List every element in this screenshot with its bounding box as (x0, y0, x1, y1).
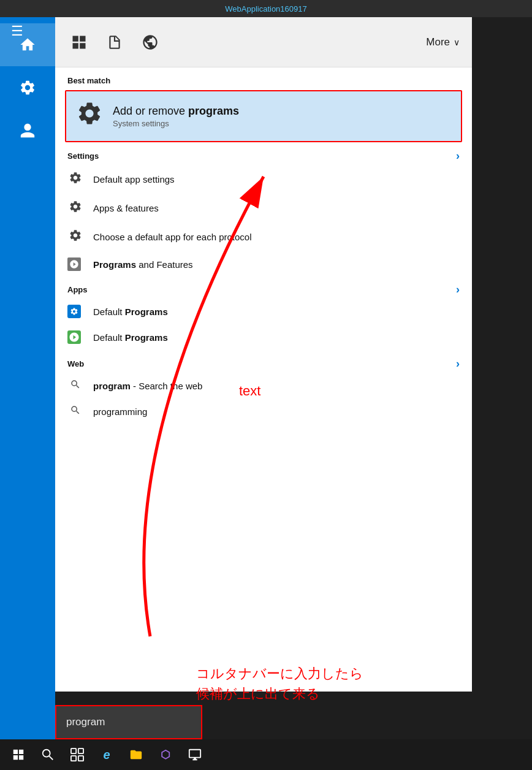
left-sidebar (0, 17, 55, 770)
svg-line-2 (49, 756, 53, 760)
web-chevron-icon: › (456, 357, 460, 370)
menu-item-label-protocol: Choose a default app for each protocol (93, 232, 252, 242)
windows-icon (12, 748, 25, 761)
sidebar-item-settings[interactable] (0, 66, 55, 109)
web-section-header: Web › (55, 350, 472, 373)
menu-item-default-app-protocol[interactable]: Choose a default app for each protocol (55, 223, 472, 251)
user-icon (19, 122, 36, 139)
menu-item-label-default-prog-1: Default Programs (93, 307, 168, 317)
gear-icon-small-1 (67, 171, 83, 188)
window-title: WebApplication160917 (225, 4, 306, 13)
search-web-icon-2 (67, 405, 83, 418)
apps-label: Apps (67, 285, 88, 294)
more-button[interactable]: More ∨ (426, 36, 460, 48)
settings-section-header: Settings › (55, 142, 472, 165)
globe-icon-btn[interactable] (139, 31, 162, 54)
taskbar-windows-start[interactable] (5, 741, 32, 768)
settings-label: Settings (67, 151, 99, 161)
best-match-subtitle: System settings (113, 119, 239, 128)
menu-item-label-apps-features: Apps & features (93, 203, 159, 213)
folder-icon (129, 748, 143, 761)
cortana-search-bar[interactable]: program (55, 705, 202, 739)
menu-item-label-programs-features: Programs and Features (93, 259, 193, 270)
menu-item-default-programs-1[interactable]: Default Programs (55, 299, 472, 324)
taskbar-edge[interactable]: e (93, 741, 120, 768)
gear-icon-small-2 (67, 200, 83, 216)
web-label: Web (67, 359, 84, 368)
chevron-down-icon: ∨ (454, 37, 460, 47)
hamburger-menu[interactable]: ☰ (11, 23, 23, 39)
menu-item-apps-features[interactable]: Apps & features (55, 194, 472, 223)
sidebar-item-home[interactable] (0, 23, 55, 66)
programs-features-icon (67, 257, 83, 271)
gear-icon-small-3 (67, 229, 83, 245)
search-icon-taskbar (41, 748, 55, 761)
best-match-label: Best match (55, 67, 472, 90)
svg-rect-6 (78, 756, 83, 761)
best-match-title: Add or remove programs (113, 105, 239, 118)
taskbar-explorer[interactable] (123, 741, 150, 768)
popup-header: More ∨ (55, 17, 472, 67)
best-match-gear-icon (76, 100, 103, 132)
default-programs-icon-2 (67, 330, 83, 344)
web-item-program-search[interactable]: program - Search the web (55, 373, 472, 398)
web-item-programming[interactable]: programming (55, 398, 472, 424)
menu-item-label-default-app: Default app settings (93, 174, 175, 185)
search-web-icon-1 (67, 379, 83, 392)
sidebar-item-user[interactable] (0, 109, 55, 152)
menu-item-programs-features[interactable]: Programs and Features (55, 251, 472, 277)
taskbar-remote[interactable] (181, 741, 208, 768)
document-icon-btn[interactable] (103, 31, 126, 54)
monitor-icon (188, 748, 202, 761)
svg-rect-3 (71, 749, 76, 753)
search-results-popup: More ∨ Best match Add or remove programs… (55, 17, 472, 692)
document-icon (107, 34, 123, 51)
taskbar-taskview[interactable] (64, 741, 91, 768)
search-input-value: program (66, 716, 105, 728)
dashboard-icon-btn[interactable] (67, 31, 91, 54)
settings-chevron-icon: › (456, 150, 460, 162)
web-item-text-1: program - Search the web (93, 381, 202, 391)
taskbar-visualstudio[interactable]: ⬡ (152, 741, 179, 768)
taskbar: e ⬡ (0, 739, 532, 770)
web-item-text-2: programming (93, 406, 147, 417)
top-bar: WebApplication160917 (0, 0, 532, 17)
taskview-icon (70, 748, 84, 761)
more-label: More (426, 36, 450, 48)
best-match-text: Add or remove programs System settings (113, 105, 239, 128)
taskbar-search[interactable] (34, 741, 61, 768)
svg-rect-4 (78, 749, 83, 753)
best-match-item[interactable]: Add or remove programs System settings (65, 90, 462, 142)
menu-item-label-default-prog-2: Default Programs (93, 332, 168, 343)
settings-icon (19, 79, 36, 96)
svg-rect-5 (71, 756, 76, 761)
menu-item-default-app-settings[interactable]: Default app settings (55, 165, 472, 194)
svg-point-1 (43, 750, 50, 757)
globe-icon (142, 34, 159, 51)
apps-chevron-icon: › (456, 283, 460, 296)
default-programs-icon-1 (67, 305, 83, 318)
dashboard-icon (70, 34, 88, 51)
menu-item-default-programs-2[interactable]: Default Programs (55, 324, 472, 350)
apps-section-header: Apps › (55, 277, 472, 299)
